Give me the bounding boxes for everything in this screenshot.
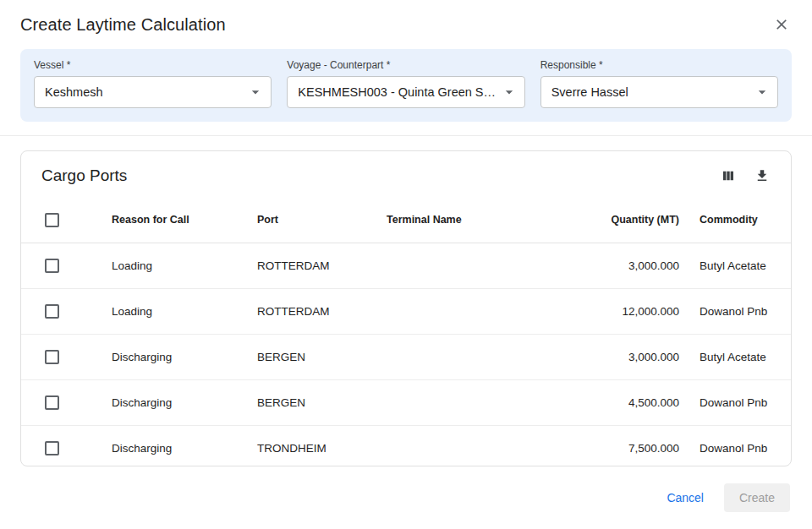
vessel-select-value: Keshmesh — [45, 85, 103, 99]
row-checkbox[interactable] — [45, 304, 59, 319]
chevron-down-icon — [501, 84, 518, 101]
table-row: Discharging BERGEN 3,000.000 Butyl Aceta… — [21, 334, 791, 379]
column-header-terminal: Terminal Name — [376, 198, 554, 243]
voyage-counterpart-select-value: KESHMESH003 - Quinta Green Shippi… — [298, 85, 500, 99]
create-laytime-dialog: Create Laytime Calculation Vessel * Kesh… — [0, 0, 812, 529]
cell-reason: Discharging — [102, 425, 247, 466]
cargo-ports-table: Reason for Call Port Terminal Name Quant… — [21, 198, 791, 466]
columns-icon-button[interactable] — [718, 166, 738, 186]
cell-quantity: 12,000.000 — [554, 288, 689, 334]
page-title: Create Laytime Calculation — [20, 15, 226, 35]
voyage-counterpart-label: Voyage - Counterpart * — [287, 59, 524, 71]
dialog-footer: Cancel Create — [0, 466, 812, 529]
vessel-field: Vessel * Keshmesh — [34, 59, 272, 108]
cargo-ports-title: Cargo Ports — [41, 166, 127, 185]
voyage-counterpart-field: Voyage - Counterpart * KESHMESH003 - Qui… — [287, 59, 524, 108]
download-icon-button[interactable] — [752, 166, 772, 186]
cell-port: BERGEN — [247, 379, 376, 425]
cell-port: BERGEN — [247, 334, 376, 379]
vessel-label: Vessel * — [34, 59, 272, 71]
chevron-down-icon — [754, 84, 771, 101]
close-icon-glyph — [773, 16, 790, 33]
columns-icon — [721, 168, 736, 183]
responsible-select[interactable]: Sverre Hassel — [540, 76, 778, 108]
cell-reason: Loading — [102, 243, 247, 288]
cargo-ports-card: Cargo Ports — [20, 150, 792, 466]
cell-quantity: 3,000.000 — [554, 243, 689, 288]
cell-terminal — [376, 334, 554, 379]
download-icon — [754, 168, 770, 183]
cell-terminal — [376, 243, 554, 288]
cell-reason: Discharging — [102, 379, 247, 425]
cell-quantity: 7,500.000 — [554, 425, 689, 466]
cell-terminal — [376, 288, 554, 334]
cell-commodity: Butyl Acetate — [689, 334, 791, 379]
close-icon[interactable] — [770, 13, 793, 36]
dialog-header: Create Laytime Calculation — [0, 0, 812, 47]
cell-quantity: 3,000.000 — [554, 334, 689, 379]
cell-terminal — [376, 379, 554, 425]
table-row: Loading ROTTERDAM 3,000.000 Butyl Acetat… — [21, 243, 791, 288]
cell-port: ROTTERDAM — [247, 243, 376, 288]
voyage-counterpart-select[interactable]: KESHMESH003 - Quinta Green Shippi… — [287, 76, 524, 108]
cargo-ports-actions — [718, 166, 772, 186]
create-button[interactable]: Create — [724, 483, 790, 512]
cancel-button[interactable]: Cancel — [658, 484, 712, 511]
column-header-port: Port — [247, 198, 376, 243]
row-checkbox[interactable] — [45, 350, 59, 364]
select-all-checkbox[interactable] — [45, 213, 59, 227]
cell-port: TRONDHEIM — [247, 425, 376, 466]
filters-panel: Vessel * Keshmesh Voyage - Counterpart *… — [20, 49, 792, 122]
cell-terminal — [376, 425, 554, 466]
column-header-quantity: Quantity (MT) — [554, 198, 689, 243]
row-checkbox[interactable] — [45, 395, 59, 410]
cell-reason: Loading — [102, 288, 247, 334]
table-row: Discharging BERGEN 4,500.000 Dowanol Pnb — [21, 379, 791, 425]
responsible-field: Responsible * Sverre Hassel — [540, 59, 778, 108]
responsible-label: Responsible * — [540, 59, 778, 71]
chevron-down-icon — [247, 84, 264, 101]
section-divider — [0, 135, 812, 136]
table-header-row: Reason for Call Port Terminal Name Quant… — [21, 198, 791, 243]
vessel-select[interactable]: Keshmesh — [34, 76, 272, 108]
cargo-ports-header: Cargo Ports — [21, 151, 791, 198]
cell-port: ROTTERDAM — [247, 288, 376, 334]
row-checkbox[interactable] — [45, 441, 59, 455]
responsible-select-value: Sverre Hassel — [551, 85, 628, 99]
cell-commodity: Dowanol Pnb — [689, 379, 791, 425]
cell-reason: Discharging — [102, 334, 247, 379]
column-header-reason: Reason for Call — [102, 198, 247, 243]
cell-commodity: Dowanol Pnb — [689, 425, 791, 466]
cell-commodity: Dowanol Pnb — [689, 288, 791, 334]
column-header-commodity: Commodity — [689, 198, 791, 243]
row-checkbox[interactable] — [45, 259, 59, 273]
cell-quantity: 4,500.000 — [554, 379, 689, 425]
table-row: Loading ROTTERDAM 12,000.000 Dowanol Pnb — [21, 288, 791, 334]
table-row: Discharging TRONDHEIM 7,500.000 Dowanol … — [21, 425, 791, 466]
cell-commodity: Butyl Acetate — [689, 243, 791, 288]
